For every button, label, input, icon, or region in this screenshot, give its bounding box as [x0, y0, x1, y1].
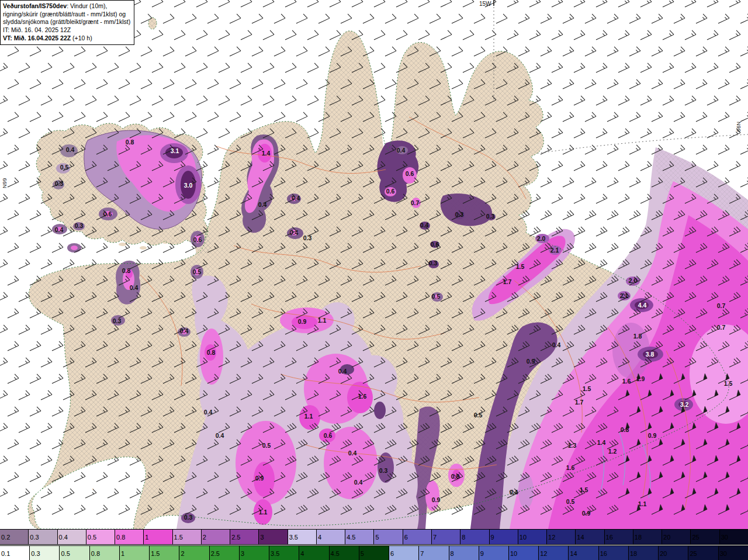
colorbar-value-label: 7	[433, 534, 437, 541]
weather-map-page: 0.40.83.10.50.33.00.60.40.30.61.40.40.40…	[0, 0, 748, 560]
colorbar-segment: 16	[599, 546, 629, 560]
info-line-sleet: slydda/snjókoma (grátt/bleikt/grænt - mm…	[3, 18, 130, 26]
contour-label: 0.8	[207, 349, 216, 356]
contour-label: 0.6	[103, 210, 112, 217]
info-line-rain: rigning/skúrir (grænt/blátt/rautt - mm/1…	[3, 11, 130, 19]
colorbar-value-label: 3.5	[271, 550, 279, 557]
contour-label: 1.3	[568, 442, 577, 449]
colorbar-segment: 0.8	[115, 530, 144, 544]
colorbar-value-label: 30	[721, 534, 728, 541]
contour-label: 0.3	[429, 260, 438, 267]
colorbar-segment: 0.4	[58, 530, 86, 544]
contour-label: 0.5	[262, 442, 271, 449]
colorbar-segment: 12	[547, 530, 576, 544]
colorbar-value-label: 2	[203, 534, 206, 541]
colorbar-value-label: 10	[510, 550, 517, 557]
colorbar-value-label: 14	[570, 550, 577, 557]
colorbar-segment: 9	[479, 546, 509, 560]
contour-label: 2.1	[550, 247, 559, 254]
contour-label: 4.4	[638, 302, 647, 309]
contour-label: 1.5	[516, 263, 525, 270]
contour-label: 1.6	[622, 378, 631, 385]
contour-label: 1.4	[597, 439, 606, 446]
colorbar-segment: 9	[490, 530, 518, 544]
colorbar-value-label: 5	[361, 550, 364, 557]
colorbar-value-label: 10	[520, 534, 527, 541]
contour-label: 2.0	[629, 277, 638, 284]
colorbar-segment: 3	[240, 546, 269, 560]
contour-label: 0.3	[303, 234, 312, 241]
colorbar-value-label: 2	[181, 550, 184, 557]
colorbar-segment: 7	[432, 530, 460, 544]
contour-label: 1.1	[638, 500, 647, 507]
contour-label: 1.2	[608, 448, 617, 455]
colorbar-segment: 10	[518, 530, 547, 544]
colorbar-segment: 25	[688, 546, 718, 560]
contour-label: 0.3	[55, 180, 64, 187]
colorbar-segment: 0.5	[60, 546, 89, 560]
contour-label: 0.9	[298, 318, 307, 325]
contour-label: 3.0	[184, 182, 193, 189]
colorbar-value-label: 7	[420, 550, 424, 557]
contour-label: 0.3	[455, 211, 464, 218]
colorbar-segment: 4	[317, 530, 345, 544]
contour-label: 0.4	[258, 201, 267, 208]
contour-label: 3.1	[171, 147, 179, 154]
colorbar-value-label: 0.8	[116, 534, 125, 541]
colorbar-segment: 20	[659, 546, 688, 560]
colorbar-segment: 14	[576, 530, 604, 544]
colorbar-segment: 18	[629, 546, 659, 560]
contour-label: 0.8	[126, 139, 134, 146]
colorbar-segment: 4.5	[330, 546, 359, 560]
contour-label: 0.6	[324, 432, 333, 439]
contour-label: 1.8	[633, 333, 642, 340]
colorbar-value-label: 1	[145, 534, 148, 541]
colorbar-segment: 8	[449, 546, 479, 560]
colorbar-value-label: 9	[480, 550, 484, 557]
contour-label: 0.8	[122, 267, 131, 274]
contour-label: 2.0	[537, 235, 546, 242]
colorbar-value-label: 30	[720, 550, 727, 557]
contour-label: 0.3	[486, 213, 495, 220]
colorbar-segment: 25	[691, 530, 719, 544]
colorbar-sleet-snow: 0.20.30.40.50.811.522.533.544.5567891012…	[0, 529, 748, 545]
colorbar-segment: 1.5	[173, 530, 202, 544]
colorbar-value-label: 3	[241, 550, 244, 557]
colorbar-segment: 6	[403, 530, 432, 544]
colorbar-value-label: 0.1	[1, 550, 10, 557]
colorbar-value-label: 4	[300, 550, 304, 557]
contour-label: 0.3	[184, 514, 193, 521]
contour-label: 1.7	[503, 278, 512, 285]
colorbar-segment: 1	[120, 546, 150, 560]
contour-label: 0.4	[55, 226, 64, 233]
colorbar-segment: 3.5	[269, 546, 299, 560]
contour-label: 0.4	[292, 195, 300, 202]
colorbar-segment: 1.5	[150, 546, 179, 560]
contour-label: 1.5	[724, 380, 733, 387]
contour-label: 0.6	[193, 236, 202, 243]
contour-label: 0.4	[130, 284, 138, 291]
colorbar-segment: 30	[719, 546, 748, 560]
contour-label: 0.4	[510, 489, 518, 496]
contour-label: 0.9	[432, 496, 441, 503]
colorbar-segment: 0.2	[0, 530, 29, 544]
colorbar-segment: 5	[359, 546, 389, 560]
colorbar-value-label: 14	[577, 534, 584, 541]
contour-label: 0.4	[354, 479, 363, 486]
contour-label: 0.5	[60, 164, 69, 171]
contour-label: 0.4	[552, 341, 561, 348]
colorbar-value-label: 4	[318, 534, 321, 541]
contour-label: 1.1	[259, 509, 268, 516]
colorbar-value-label: 4.5	[347, 534, 355, 541]
colorbar-value-label: 0.3	[30, 534, 39, 541]
colorbar-segment: 16	[605, 530, 633, 544]
colorbar-value-label: 3	[260, 534, 264, 541]
contour-label: 1.5	[583, 385, 591, 392]
info-valid-time: VT: Mið. 16.04.2025 22Z (+10 h)	[3, 34, 130, 43]
contour-label: 0.4	[290, 229, 299, 236]
colorbar-segment: 12	[539, 546, 569, 560]
colorbar-segment: 0.3	[29, 530, 57, 544]
colorbar-value-label: 0.8	[91, 550, 100, 557]
weather-map-canvas: 0.40.83.10.50.33.00.60.40.30.61.40.40.40…	[0, 0, 748, 529]
colorbar-segment: 2.5	[210, 546, 240, 560]
